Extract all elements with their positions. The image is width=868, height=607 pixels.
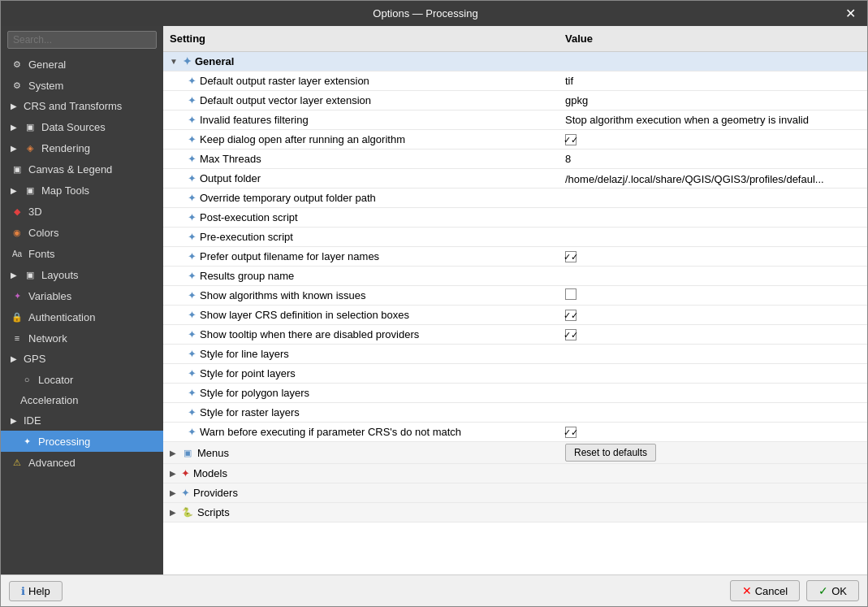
table-row[interactable]: ✦ Style for line layers [163,345,867,364]
checkbox[interactable]: ✓ [565,329,577,340]
row-label: Show layer CRS definition in selection b… [200,309,409,321]
sidebar-item-locator[interactable]: ○ Locator [1,369,163,390]
table-row[interactable]: ✦ Keep dialog open after running an algo… [163,130,867,150]
checkbox[interactable]: ✓ [565,427,577,438]
sidebar-item-canvas[interactable]: ▣ Canvas & Legend [1,158,163,180]
cell-setting: ✦ Output folder [163,171,559,186]
table-row[interactable]: ▶ ▣ Menus Reset to defaults [163,442,867,464]
sidebar-item-general[interactable]: ⚙ General [1,54,163,75]
row-label: Style for raster layers [200,406,300,418]
sidebar-item-rendering[interactable]: ▶ ◈ Rendering [1,137,163,158]
close-button[interactable]: ✕ [842,6,859,21]
sidebar-item-label: Fonts [28,248,55,260]
sidebar-item-advanced[interactable]: ⚠ Advanced [1,452,163,473]
cancel-label: Cancel [755,585,788,597]
table-row[interactable]: ✦ Prefer output filename for layer names… [163,247,867,267]
layouts-icon: ▣ [24,268,37,281]
table-row[interactable]: ▶ ✦ Models [163,464,867,483]
table-row[interactable]: ✦ Default output raster layer extension … [163,72,867,91]
canvas-icon: ▣ [11,163,24,176]
table-row[interactable]: ✦ Style for point layers [163,364,867,384]
sidebar-item-acceleration[interactable]: Acceleration [1,390,163,410]
table-row[interactable]: ▼ ✦ General [163,52,867,72]
sidebar-item-label: General [28,59,66,71]
cell-value [559,236,867,239]
content-area: ⚙ General ⚙ System ▶ CRS and Transforms … [1,26,867,574]
table-row[interactable]: ✦ Override temporary output folder path [163,189,867,208]
reset-to-defaults-button[interactable]: Reset to defaults [565,444,656,462]
table-row[interactable]: ▶ 🐍 Scripts [163,503,867,522]
table-row[interactable]: ✦ Show algorithms with known issues [163,286,867,306]
sidebar-item-3d[interactable]: ◆ 3D [1,201,163,222]
table-row[interactable]: ▶ ✦ Providers [163,483,867,503]
expand-arrow: ▶ [11,271,17,280]
system-icon: ⚙ [11,79,24,92]
checkbox[interactable]: ✓ [565,134,577,145]
row-label: General [195,55,234,67]
sidebar-item-map-tools[interactable]: ▶ ▣ Map Tools [1,180,163,201]
gear-icon: ✦ [188,348,196,360]
cell-value [559,372,867,375]
cell-setting: ✦ Show layer CRS definition in selection… [163,307,559,323]
sidebar-item-processing[interactable]: ✦ Processing [1,431,163,452]
expand-icon: ▶ [170,488,176,497]
colors-icon: ◉ [11,226,24,239]
table-row[interactable]: ✦ Style for raster layers [163,403,867,423]
cell-setting: ✦ Style for polygon layers [163,385,559,401]
row-label: Override temporary output folder path [200,192,376,204]
sidebar-item-authentication[interactable]: 🔒 Authentication [1,306,163,327]
footer-left: ℹ Help [9,581,63,601]
table-row[interactable]: ✦ Invalid features filtering Stop algori… [163,111,867,130]
sidebar-item-layouts[interactable]: ▶ ▣ Layouts [1,264,163,285]
sidebar-item-label: Acceleration [20,394,79,406]
row-label: Scripts [197,506,230,518]
sidebar-item-system[interactable]: ⚙ System [1,75,163,96]
titlebar: Options — Processing ✕ [1,1,867,26]
general-icon: ⚙ [11,58,24,71]
cell-setting: ▶ 🐍 Scripts [163,505,559,521]
sidebar: ⚙ General ⚙ System ▶ CRS and Transforms … [1,26,163,574]
table-row[interactable]: ✦ Results group name [163,267,867,286]
cell-setting: ✦ Results group name [163,268,559,284]
cell-value [559,216,867,219]
table-header: Setting Value [163,26,867,52]
ok-button[interactable]: ✓ OK [806,580,859,601]
sidebar-item-colors[interactable]: ◉ Colors [1,222,163,243]
checkbox[interactable] [565,288,577,300]
sidebar-item-network[interactable]: ≡ Network [1,327,163,349]
table-row[interactable]: ✦ Post-execution script [163,208,867,228]
cell-value [559,511,867,514]
table-row[interactable]: ✦ Default output vector layer extension … [163,91,867,111]
row-label: Style for polygon layers [200,387,309,399]
table-row[interactable]: ✦ Show layer CRS definition in selection… [163,306,867,325]
sidebar-item-gps[interactable]: ▶ GPS [1,349,163,369]
cell-value [559,353,867,356]
row-label: Warn before executing if parameter CRS's… [200,426,461,438]
sidebar-item-data-sources[interactable]: ▶ ▣ Data Sources [1,116,163,137]
cell-setting: ▶ ✦ Models [163,466,559,481]
help-button[interactable]: ℹ Help [9,581,63,601]
table-row[interactable]: ✦ Pre-execution script [163,228,867,247]
sidebar-item-ide[interactable]: ▶ IDE [1,410,163,431]
table-row[interactable]: ✦ Warn before executing if parameter CRS… [163,423,867,442]
ok-icon: ✓ [818,584,828,597]
table-row[interactable]: ✦ Show tooltip when there are disabled p… [163,325,867,345]
checkbox[interactable]: ✓ [565,310,577,321]
checkbox[interactable]: ✓ [565,251,577,262]
locator-icon: ○ [20,373,33,386]
dialog: Options — Processing ✕ ⚙ General ⚙ Syste… [0,0,868,607]
sidebar-item-fonts[interactable]: Aa Fonts [1,243,163,264]
cancel-button[interactable]: ✕ Cancel [730,580,800,601]
row-label: Default output vector layer extension [200,94,371,106]
table-row[interactable]: ✦ Style for polygon layers [163,384,867,403]
rendering-icon: ◈ [24,141,37,154]
footer-right: ✕ Cancel ✓ OK [730,580,859,601]
sidebar-item-variables[interactable]: ✦ Variables [1,285,163,306]
search-input[interactable] [7,31,157,49]
footer: ℹ Help ✕ Cancel ✓ OK [1,574,867,606]
sidebar-item-crs[interactable]: ▶ CRS and Transforms [1,96,163,116]
table-row[interactable]: ✦ Max Threads 8 [163,150,867,169]
table-row[interactable]: ✦ Output folder /home/delazj/.local/shar… [163,169,867,189]
cell-setting: ✦ Default output vector layer extension [163,93,559,108]
cell-value [559,197,867,200]
